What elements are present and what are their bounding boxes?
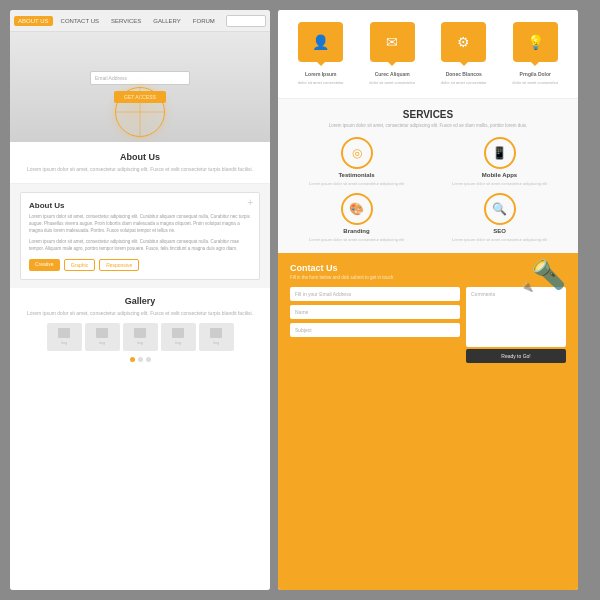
dot-2[interactable] — [138, 357, 143, 362]
gallery-dots — [24, 357, 256, 362]
gallery-thumb-4[interactable]: img — [161, 323, 196, 351]
feature-desc-3: dolor sit amet consectetur — [441, 80, 487, 86]
thumb-label-3: img — [137, 340, 143, 345]
thumb-icon-4 — [172, 328, 184, 338]
feature-desc-2: dolor sit amet consectetur — [369, 80, 415, 86]
globe-icon — [115, 87, 165, 137]
contact-section: 🔦 🔌 Contact Us Fill in the form below an… — [278, 253, 578, 590]
service-name-4: SEO — [493, 228, 506, 234]
services-desc: Lorem ipsum dolor sit amet, consectetur … — [288, 123, 568, 130]
feature-icon-box-3: ⚙ — [441, 22, 486, 62]
comments-field[interactable]: Comments — [466, 287, 566, 347]
feature-icon-box-2: ✉ — [370, 22, 415, 62]
plug-icon: 🔌 — [521, 281, 533, 292]
thumb-icon-3 — [134, 328, 146, 338]
contact-left-fields: Fill in your Email Address Name Subject — [290, 287, 460, 363]
about-box-text2: Lorem ipsum dolor sit amet, consectetur … — [29, 239, 251, 253]
feature-label-1: Lorem Ipsum — [305, 71, 336, 77]
gallery-thumb-2[interactable]: img — [85, 323, 120, 351]
service-branding: 🎨 Branding Lorem ipsum dolor sit amet co… — [288, 193, 425, 243]
left-panel: ABOUT US CONTACT US SERVICES GALLERY FOR… — [10, 10, 270, 590]
testimonials-icon: ◎ — [341, 137, 373, 169]
name-field[interactable]: Name — [290, 305, 460, 319]
gallery-thumb-1[interactable]: img — [47, 323, 82, 351]
about-box-text1: Lorem ipsum dolor sit amet, consectetur … — [29, 214, 251, 234]
thumb-label-2: img — [99, 340, 105, 345]
contact-layout: Fill in your Email Address Name Subject … — [290, 287, 566, 363]
thumb-icon-2 — [96, 328, 108, 338]
gallery-section: Gallery Lorem ipsum dolor sit amet, cons… — [10, 288, 270, 590]
user-icon: 👤 — [312, 34, 329, 50]
nav-about[interactable]: ABOUT US — [14, 16, 53, 26]
services-grid: ◎ Testimonials Lorem ipsum dolor sit ame… — [288, 137, 568, 242]
service-name-2: Mobile Apps — [482, 172, 517, 178]
seo-icon: 🔍 — [484, 193, 516, 225]
nav-search-input[interactable] — [226, 15, 266, 27]
service-desc-1: Lorem ipsum dolor sit amet consectetur a… — [309, 181, 404, 187]
services-section: SERVICES Lorem ipsum dolor sit amet, con… — [278, 98, 578, 253]
email-icon: ✉ — [386, 34, 398, 50]
contact-right-fields: Comments Ready to Go! — [466, 287, 566, 363]
thumb-icon-1 — [58, 328, 70, 338]
service-mobile: 📱 Mobile Apps Lorem ipsum dolor sit amet… — [431, 137, 568, 187]
service-name-3: Branding — [343, 228, 369, 234]
about-box-title: About Us — [29, 201, 251, 210]
graphic-button[interactable]: Graphic — [64, 259, 96, 271]
features-grid: 👤 Lorem Ipsum dolor sit amet consectetur… — [278, 10, 578, 98]
thumb-label-1: img — [61, 340, 67, 345]
gallery-subtitle: Lorem ipsum dolor sit amet, consectetur … — [24, 310, 256, 317]
about-title: About Us — [24, 152, 256, 162]
gallery-thumb-5[interactable]: img — [199, 323, 234, 351]
feature-desc-1: dolor sit amet consectetur — [298, 80, 344, 86]
email-field[interactable]: Fill in your Email Address — [290, 287, 460, 301]
feature-card-3: ⚙ Donec Blancos dolor sit amet consectet… — [431, 22, 497, 86]
thumb-label-5: img — [213, 340, 219, 345]
feature-card-1: 👤 Lorem Ipsum dolor sit amet consectetur — [288, 22, 354, 86]
dot-3[interactable] — [146, 357, 151, 362]
mobile-icon: 📱 — [484, 137, 516, 169]
about-box-buttons: Creative Graphic Responsive — [29, 259, 251, 271]
feature-label-4: Prngila Dolor — [520, 71, 551, 77]
contact-title: Contact Us — [290, 263, 566, 273]
feature-card-2: ✉ Curec Aliquam dolor sit amet consectet… — [360, 22, 426, 86]
service-seo: 🔍 SEO Lorem ipsum dolor sit amet consect… — [431, 193, 568, 243]
about-section: About Us Lorem ipsum dolor sit amet, con… — [10, 142, 270, 184]
globe-decoration — [105, 82, 175, 142]
gallery-thumbs: img img img img img — [24, 323, 256, 351]
feature-desc-4: dolor sit amet consectetur — [512, 80, 558, 86]
service-desc-3: Lorem ipsum dolor sit amet consectetur a… — [309, 237, 404, 243]
feature-icon-box-4: 💡 — [513, 22, 558, 62]
service-desc-4: Lorem ipsum dolor sit amet consectetur a… — [452, 237, 547, 243]
gallery-thumb-3[interactable]: img — [123, 323, 158, 351]
submit-button[interactable]: Ready to Go! — [466, 349, 566, 363]
thumb-label-4: img — [175, 340, 181, 345]
feature-label-3: Donec Blancos — [446, 71, 482, 77]
service-testimonials: ◎ Testimonials Lorem ipsum dolor sit ame… — [288, 137, 425, 187]
nav-forum[interactable]: FORUM — [189, 16, 219, 26]
expand-icon[interactable]: + — [247, 197, 253, 208]
service-name-1: Testimonials — [338, 172, 374, 178]
gear-icon: ⚙ — [457, 34, 470, 50]
lamp-icon: 🔦 — [531, 258, 566, 291]
gallery-title: Gallery — [24, 296, 256, 306]
creative-button[interactable]: Creative — [29, 259, 60, 271]
dot-1[interactable] — [130, 357, 135, 362]
service-desc-2: Lorem ipsum dolor sit amet consectetur a… — [452, 181, 547, 187]
nav-services[interactable]: SERVICES — [107, 16, 145, 26]
hero-section: Email Address GET ACCESS — [10, 32, 270, 142]
nav-contact[interactable]: CONTACT US — [57, 16, 103, 26]
thumb-icon-5 — [210, 328, 222, 338]
main-container: ABOUT US CONTACT US SERVICES GALLERY FOR… — [10, 10, 590, 590]
nav-gallery[interactable]: GALLERY — [149, 16, 185, 26]
subject-field[interactable]: Subject — [290, 323, 460, 337]
about-box: + About Us Lorem ipsum dolor sit amet, c… — [20, 192, 260, 280]
branding-icon: 🎨 — [341, 193, 373, 225]
right-panel: 👤 Lorem Ipsum dolor sit amet consectetur… — [278, 10, 578, 590]
feature-label-2: Curec Aliquam — [375, 71, 410, 77]
lightbulb-icon: 💡 — [527, 34, 544, 50]
feature-card-4: 💡 Prngila Dolor dolor sit amet consectet… — [503, 22, 569, 86]
services-title: SERVICES — [288, 109, 568, 120]
about-subtitle: Lorem ipsum dolor sit amet, consectetur … — [24, 166, 256, 173]
responsive-button[interactable]: Responsive — [99, 259, 139, 271]
navigation: ABOUT US CONTACT US SERVICES GALLERY FOR… — [10, 10, 270, 32]
